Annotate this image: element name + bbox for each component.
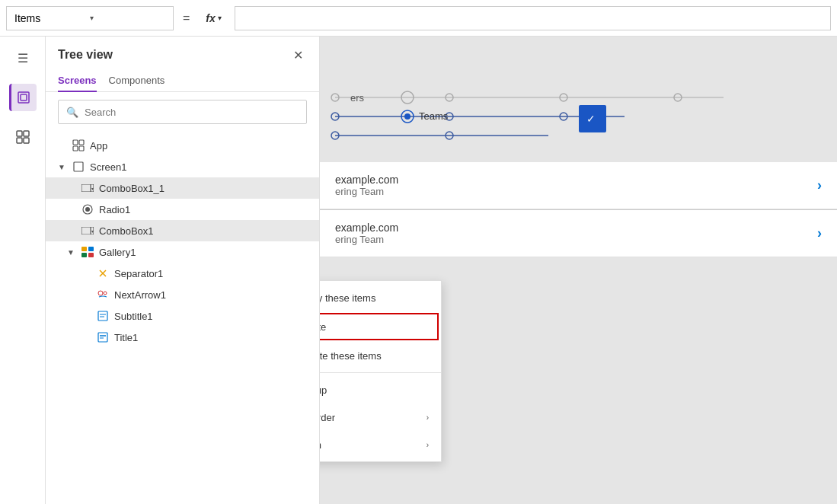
- ctx-divider-1: [320, 372, 441, 373]
- left-sidebar: ☰: [0, 37, 46, 504]
- ctx-group-item[interactable]: Group: [320, 376, 441, 404]
- svg-rect-20: [88, 247, 94, 251]
- tree-content: App ▼ Screen1 ▾ ComboBox1_1 Radio1: [46, 132, 319, 504]
- tree-item-combobox1[interactable]: ▾ ComboBox1: [46, 220, 319, 241]
- tab-components[interactable]: Components: [109, 70, 165, 92]
- combobox1-1-icon: ▾: [81, 181, 94, 195]
- list-item-1: example.com ering Team ›: [320, 162, 837, 209]
- tree-item-gallery1[interactable]: ▼ Gallery1: [46, 241, 319, 263]
- radio1-icon: [81, 203, 94, 216]
- canvas-list: example.com ering Team › example.com eri…: [320, 162, 837, 257]
- combobox1-1-label: ComboBox1_1: [99, 183, 165, 194]
- tree-item-app[interactable]: App: [46, 135, 319, 156]
- ctx-align-item[interactable]: Align ›: [320, 431, 441, 458]
- screen1-label: Screen1: [90, 161, 126, 173]
- list-item-2-text: example.com ering Team: [335, 222, 398, 245]
- ctx-delete-item[interactable]: Delete these items: [320, 342, 441, 369]
- subtitle1-icon: [96, 309, 110, 323]
- list-item-1-email: example.com: [335, 174, 398, 186]
- tree-item-title1[interactable]: Title1: [46, 327, 319, 348]
- separator1-icon: [96, 266, 110, 280]
- tab-screens[interactable]: Screens: [58, 70, 97, 92]
- svg-rect-7: [79, 140, 84, 145]
- fx-button[interactable]: fx ▾: [199, 6, 228, 30]
- items-label: Items: [14, 12, 90, 24]
- nextarrow1-label: NextArrow1: [114, 289, 166, 301]
- list-item-1-chevron: ›: [817, 177, 822, 193]
- combobox1-icon: ▾: [81, 224, 94, 238]
- fx-chevron: ▾: [218, 14, 222, 22]
- svg-rect-28: [98, 333, 107, 342]
- list-item-2-sub: ering Team: [335, 234, 398, 245]
- formula-bar[interactable]: [235, 6, 831, 30]
- svg-rect-9: [79, 146, 84, 151]
- list-item-2-email: example.com: [335, 222, 398, 234]
- svg-point-48: [404, 113, 411, 120]
- svg-rect-19: [81, 247, 87, 251]
- svg-rect-0: [18, 92, 29, 103]
- tree-item-combobox1-1[interactable]: ▾ ComboBox1_1: [46, 177, 319, 199]
- layers-button[interactable]: [9, 84, 37, 111]
- title1-icon: [96, 330, 110, 344]
- search-input[interactable]: [85, 107, 299, 118]
- ctx-copy-item[interactable]: Copy these items: [320, 284, 441, 311]
- list-item-1-sub: ering Team: [335, 186, 398, 197]
- search-icon: 🔍: [66, 107, 78, 118]
- app-label: App: [90, 140, 107, 152]
- context-menu: Copy these items Paste: [320, 280, 442, 462]
- separator1-label: Separator1: [114, 268, 163, 279]
- ctx-reorder-item[interactable]: Reorder ›: [320, 404, 441, 431]
- radio1-label: Radio1: [99, 204, 130, 215]
- list-item-1-text: example.com ering Team: [335, 174, 398, 197]
- ctx-group-label: Group: [320, 384, 327, 396]
- gallery1-icon: [81, 245, 94, 259]
- components-button[interactable]: [9, 123, 37, 151]
- hamburger-menu-button[interactable]: ☰: [9, 44, 37, 72]
- tree-item-subtitle1[interactable]: Subtitle1: [46, 305, 319, 327]
- svg-text:Teams: Teams: [419, 110, 449, 122]
- main-canvas: ✓ ers Teams example.com ering Team › exa…: [320, 37, 837, 504]
- tree-close-button[interactable]: ✕: [289, 46, 307, 64]
- svg-text:ers: ers: [350, 92, 365, 104]
- gallery1-expand: ▼: [67, 248, 76, 257]
- svg-rect-4: [17, 138, 22, 143]
- ctx-copy-label: Copy these items: [320, 292, 375, 304]
- tree-item-radio1[interactable]: Radio1: [46, 199, 319, 220]
- svg-point-23: [98, 291, 103, 295]
- ctx-delete-label: Delete these items: [320, 350, 382, 362]
- list-item-2: example.com ering Team ›: [320, 210, 837, 257]
- layers-icon: [16, 90, 31, 105]
- svg-rect-22: [88, 253, 94, 257]
- tree-item-nextarrow1[interactable]: NextArrow1: [46, 284, 319, 305]
- svg-rect-2: [17, 131, 22, 136]
- tree-item-separator1[interactable]: Separator1: [46, 263, 319, 284]
- screen1-icon: [72, 160, 85, 174]
- tree-title: Tree view: [58, 48, 113, 62]
- subtitle1-label: Subtitle1: [114, 311, 153, 322]
- svg-rect-10: [74, 162, 83, 171]
- nextarrow1-icon: [96, 288, 110, 301]
- svg-rect-3: [24, 131, 29, 136]
- items-dropdown[interactable]: Items ▾: [6, 6, 174, 30]
- dropdown-chevron: ▾: [90, 14, 165, 22]
- screen1-expand: ▼: [58, 163, 67, 171]
- tree-tabs: Screens Components: [46, 64, 319, 92]
- svg-text:▾: ▾: [91, 187, 94, 191]
- ctx-align-label: Align: [320, 439, 321, 451]
- tree-header: Tree view ✕: [46, 37, 319, 64]
- tree-item-screen1[interactable]: ▼ Screen1: [46, 156, 319, 177]
- svg-text:▾: ▾: [91, 229, 94, 234]
- canvas-radio-svg: ✓ ers Teams: [320, 75, 837, 174]
- svg-rect-5: [24, 138, 29, 143]
- svg-rect-1: [21, 94, 27, 100]
- reorder-arrow: ›: [426, 413, 429, 422]
- list-item-2-chevron: ›: [817, 225, 822, 241]
- fx-label: fx: [206, 12, 215, 24]
- ctx-paste-item[interactable]: Paste: [320, 313, 439, 340]
- search-box: 🔍: [58, 100, 307, 124]
- ctx-reorder-label: Reorder: [320, 412, 335, 423]
- equals-sign: =: [180, 11, 193, 25]
- combobox1-label: ComboBox1: [99, 225, 154, 237]
- svg-point-15: [85, 207, 90, 212]
- svg-rect-21: [81, 253, 87, 257]
